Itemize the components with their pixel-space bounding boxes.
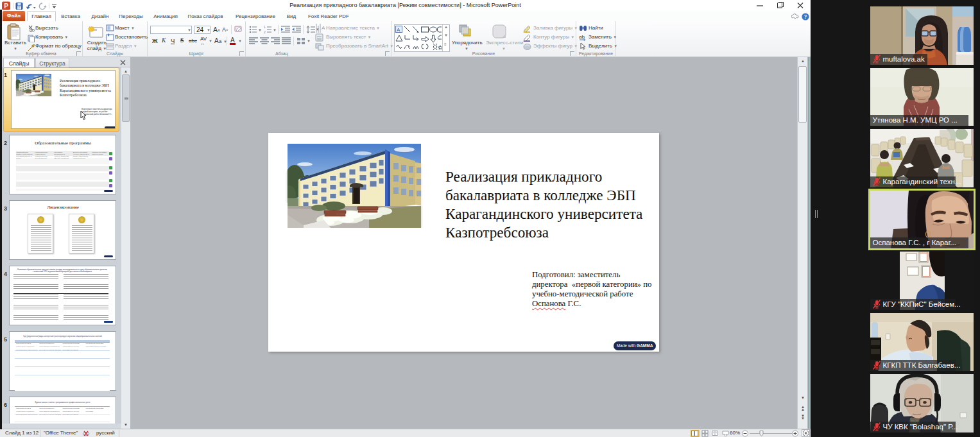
svg-text:1: 1 [264, 26, 266, 29]
svg-text:A: A [397, 27, 400, 33]
svg-text:2: 2 [264, 30, 266, 33]
svg-text:A: A [322, 25, 325, 31]
svg-text:?: ? [804, 13, 807, 20]
